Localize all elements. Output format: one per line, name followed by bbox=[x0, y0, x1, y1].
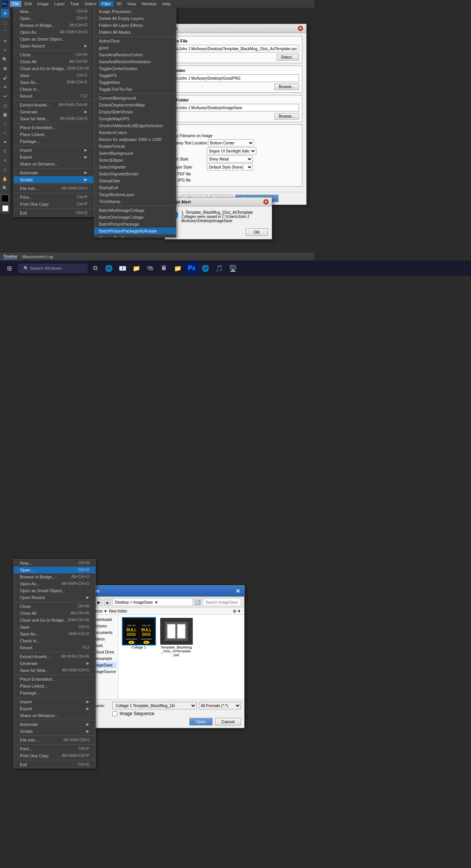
alert-close[interactable]: ✕ bbox=[263, 199, 269, 205]
file-printone-top[interactable]: Print One CopyCtrl+P bbox=[14, 201, 94, 208]
alert-ok-button[interactable]: OK bbox=[246, 228, 268, 236]
script-rotateportrait[interactable]: RotatePortrait bbox=[94, 143, 176, 150]
taskbar-chrome[interactable]: 🌐 bbox=[199, 262, 212, 274]
menu-filter-top[interactable]: Filter bbox=[99, 1, 113, 7]
pen-tool[interactable]: ✒ bbox=[1, 138, 9, 146]
fd2-recent[interactable]: Open Recent▶ bbox=[14, 594, 95, 601]
fd2-import[interactable]: Import▶ bbox=[14, 698, 95, 705]
nav-forward[interactable]: ▶ bbox=[95, 599, 102, 606]
magic-wand-tool[interactable]: ✦ bbox=[1, 37, 9, 45]
file-recent-top[interactable]: Open Recent▶ bbox=[14, 43, 94, 49]
taskbar-music[interactable]: 🎵 bbox=[213, 262, 225, 274]
menu-help-top[interactable]: Help bbox=[160, 1, 173, 7]
menu-window-top[interactable]: Window bbox=[139, 1, 159, 7]
file-closebridge-top[interactable]: Close and Go to Bridge...Shift+Ctrl+W bbox=[14, 65, 94, 72]
fg-color-swatch-top[interactable] bbox=[1, 195, 9, 202]
taskbar-folder2[interactable]: 📁 bbox=[172, 262, 184, 274]
file-extract-top[interactable]: Extract Assets...Alt+Shift+Ctrl+W bbox=[14, 102, 94, 108]
file-closeall-top[interactable]: Close AllAlt+Ctrl+W bbox=[14, 58, 94, 65]
script-flattenmasks[interactable]: Flatten All Masks bbox=[94, 29, 176, 36]
file-export-top[interactable]: Export▶ bbox=[14, 154, 94, 160]
ppcollage-close[interactable]: ✕ bbox=[298, 26, 303, 31]
file-revert-top[interactable]: RevertF12 bbox=[14, 93, 94, 100]
file-import-top[interactable]: Import▶ bbox=[14, 147, 94, 154]
fd2-behance[interactable]: Share on Behance... bbox=[14, 712, 95, 719]
fd2-openas[interactable]: Open As...Alt+Shift+Ctrl+O bbox=[14, 580, 95, 587]
file-generate-top[interactable]: Generate▶ bbox=[14, 108, 94, 115]
fd2-extract[interactable]: Extract Assets...Alt+Shift+Ctrl+W bbox=[14, 653, 95, 660]
file-behance-top[interactable]: Share on Behance... bbox=[14, 160, 94, 167]
script-convertbg[interactable]: ConvertBackground bbox=[94, 95, 176, 102]
fd2-placelink[interactable]: Place Linked... bbox=[14, 683, 95, 689]
spot-heal-tool[interactable]: ✿ bbox=[1, 64, 9, 73]
fd2-closebridge[interactable]: Close and Go to Bridge...Shift+Ctrl+W bbox=[14, 617, 95, 624]
script-resize[interactable]: Resize for wallpaper 2960 x 1200 bbox=[94, 136, 176, 143]
script-googlemapgps[interactable]: GoogleMapGPS bbox=[94, 115, 176, 122]
fd2-package[interactable]: Package... bbox=[14, 689, 95, 696]
fd2-close[interactable]: CloseCtrl+W bbox=[14, 603, 95, 610]
fd2-placeembed[interactable]: Place Embedded... bbox=[14, 676, 95, 683]
fd2-new[interactable]: New...Ctrl+N bbox=[14, 560, 95, 567]
file-scripts-top[interactable]: Scripts▶ bbox=[14, 176, 94, 183]
menu-select-top[interactable]: Select bbox=[82, 1, 99, 7]
crop-tool[interactable]: ⌗ bbox=[1, 46, 9, 54]
script-deleteempty[interactable]: Delete All Empty Layers bbox=[94, 15, 176, 22]
open-cancel-button[interactable]: Cancel bbox=[215, 718, 241, 726]
start-button[interactable]: ⊞ bbox=[3, 262, 15, 274]
measurement-log-tab[interactable]: Measurement Log bbox=[22, 255, 53, 259]
taskbar-search[interactable]: 🔍 Search Windows bbox=[18, 264, 87, 273]
fd2-smartobj[interactable]: Open as Smart Object... bbox=[14, 587, 95, 594]
menu-edit-top[interactable]: Edit bbox=[22, 1, 34, 7]
name-stamp-select[interactable]: Bottom Center bbox=[208, 139, 254, 146]
file-thumb-collage1[interactable]: ONLY MY BULL DOG UNDERSTANDS ME ONLY MY … bbox=[121, 618, 156, 657]
script-deletedisp[interactable]: DeleteDisplacementMap bbox=[94, 102, 176, 108]
fd2-saveas[interactable]: Save As...Shift+Ctrl+S bbox=[14, 631, 95, 637]
fd2-exit[interactable]: ExitCtrl+Q bbox=[14, 761, 95, 768]
output-folder-input[interactable] bbox=[161, 104, 299, 111]
type-tool[interactable]: T bbox=[1, 147, 9, 156]
file-bridge-top[interactable]: Browse in Bridge...Alt+Ctrl+O bbox=[14, 22, 94, 29]
blur-tool[interactable]: ◌ bbox=[1, 120, 9, 128]
script-selectvignetteborder[interactable]: SelectVignetteBorder bbox=[94, 170, 176, 177]
fd2-checkin[interactable]: Check In... bbox=[14, 637, 95, 644]
fd2-automate[interactable]: Automate▶ bbox=[14, 721, 95, 728]
script-togglefs[interactable]: ToggleFS bbox=[94, 72, 176, 79]
script-stampdate[interactable]: StampDate bbox=[94, 177, 176, 184]
text-layer-select[interactable]: Shiny Metal bbox=[207, 156, 253, 162]
script-timestamp[interactable]: TimeStamp bbox=[94, 198, 176, 205]
file-thumb-template[interactable]: Template_BlackMug_15oz_ArtTemplate.psd bbox=[159, 618, 194, 657]
script-selectvignette[interactable]: SelectVignette bbox=[94, 164, 176, 170]
hand-tool[interactable]: ✋ bbox=[1, 175, 9, 183]
fd2-scripts[interactable]: Scripts▶ bbox=[14, 728, 95, 735]
script-selectbg[interactable]: SelectBackground bbox=[94, 150, 176, 157]
script-oneinch[interactable]: OneInchMiteredLeftEdgeSelection bbox=[94, 122, 176, 129]
file-saveas-top[interactable]: Save As...Shift+Ctrl+S bbox=[14, 79, 94, 86]
filename-input[interactable]: Collage 1 Template_BlackMug_15r bbox=[112, 702, 197, 709]
file-print-top[interactable]: Print...Ctrl+P bbox=[14, 194, 94, 201]
script-toggletick[interactable]: ToggleTickTocToe bbox=[94, 86, 176, 93]
fd2-bridge[interactable]: Browse in Bridge...Alt+Ctrl+O bbox=[14, 573, 95, 580]
script-stampexif[interactable]: StampExif bbox=[94, 184, 176, 191]
move-tool[interactable]: ✥ bbox=[1, 9, 9, 18]
fd2-generate[interactable]: Generate▶ bbox=[14, 660, 95, 667]
script-actiontime[interactable]: ActionTime bbox=[94, 38, 176, 44]
file-info-top[interactable]: File Info...Alt+Shift+Ctrl+I bbox=[14, 185, 94, 192]
menu-layer-top[interactable]: Layer bbox=[52, 1, 67, 7]
taskbar-edge[interactable]: 🌐 bbox=[103, 262, 115, 274]
input-folder-input[interactable] bbox=[161, 74, 299, 82]
script-batchpicpkgnr[interactable]: BatchPicturePackageNoRotate bbox=[94, 228, 176, 234]
taskbar-photoshop[interactable]: Ps bbox=[185, 262, 198, 274]
script-batchmulti[interactable]: BatchMultiImageCollage bbox=[94, 207, 176, 214]
fd2-revert[interactable]: RevertF12 bbox=[14, 644, 95, 651]
open-button[interactable]: Open bbox=[189, 718, 213, 726]
template-file-input[interactable] bbox=[161, 45, 299, 52]
script-batchpicpkg[interactable]: BatchPicturePackage bbox=[94, 221, 176, 228]
brush-tool[interactable]: 🖌 bbox=[1, 74, 9, 82]
script-flatteneffects[interactable]: Flatten All Layer Effects bbox=[94, 22, 176, 29]
fd2-save[interactable]: SaveCtrl+S bbox=[14, 624, 95, 631]
file-placelink-top[interactable]: Place Linked... bbox=[14, 131, 94, 138]
eyedropper-tool[interactable]: 🔍 bbox=[1, 55, 9, 64]
timeline-tab[interactable]: Timeline bbox=[3, 254, 17, 259]
menu-view-top[interactable]: View bbox=[125, 1, 139, 7]
file-saveweb-top[interactable]: Save for Web...Alt+Shift+Ctrl+S bbox=[14, 115, 94, 122]
